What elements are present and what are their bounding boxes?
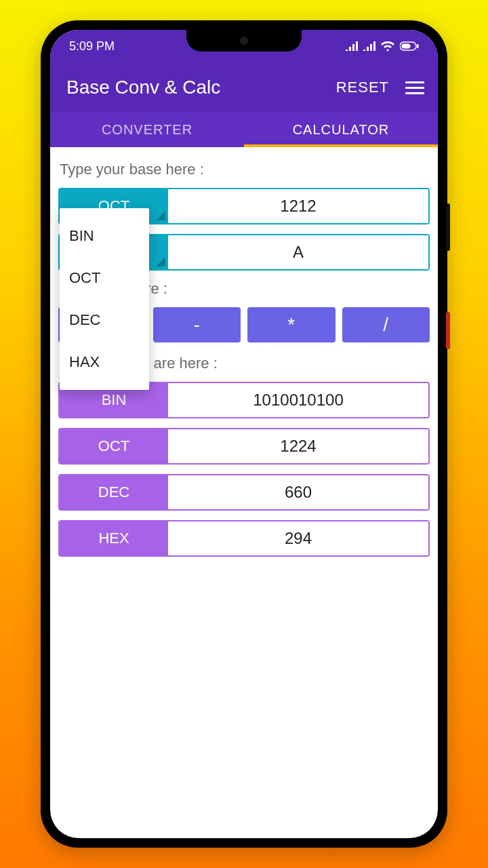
side-button	[446, 203, 450, 251]
answer-row-oct: OCT 1224	[58, 428, 430, 465]
tab-converter[interactable]: CONVERTER	[50, 113, 244, 147]
op-minus[interactable]: -	[153, 307, 241, 342]
svg-rect-1	[402, 44, 411, 49]
signal-icon	[363, 41, 375, 51]
app-title: Base Conv & Calc	[66, 77, 336, 98]
answer-label-hex: HEX	[60, 521, 168, 555]
reset-button[interactable]: RESET	[336, 79, 389, 96]
notch	[186, 30, 302, 52]
answer-row-hex: HEX 294	[58, 520, 430, 557]
answer-value-hex: 294	[168, 521, 428, 555]
answer-value-oct: 1224	[168, 429, 428, 463]
base-dropdown: BIN OCT DEC HAX	[60, 208, 149, 390]
app-bar: Base Conv & Calc RESET	[50, 62, 438, 113]
menu-icon[interactable]	[405, 81, 424, 94]
answer-row-dec: DEC 660	[58, 474, 430, 511]
dropdown-option-dec[interactable]: DEC	[60, 299, 149, 341]
phone-frame: 5:09 PM Base Conv & Calc RESET CONVERTER…	[41, 20, 447, 848]
signal-icon	[346, 41, 358, 51]
dropdown-option-bin[interactable]: BIN	[60, 215, 149, 257]
side-button-accent	[446, 312, 450, 349]
status-icons	[346, 41, 419, 52]
dropdown-indicator-icon	[156, 211, 165, 220]
input-value-1[interactable]: 1212	[168, 189, 428, 223]
op-divide[interactable]: /	[342, 307, 430, 342]
front-camera	[240, 37, 248, 45]
answer-value-bin: 1010010100	[168, 383, 428, 417]
status-time: 5:09 PM	[69, 39, 115, 54]
input-value-2[interactable]: A	[168, 235, 428, 269]
battery-icon	[400, 41, 419, 51]
content-area: Type your base here : OCT 1212 OCT A Ope…	[50, 147, 438, 576]
dropdown-option-oct[interactable]: OCT	[60, 257, 149, 299]
answer-label-oct: OCT	[60, 429, 168, 463]
tab-calculator[interactable]: CALCULATOR	[244, 113, 438, 147]
svg-rect-2	[417, 44, 419, 48]
wifi-icon	[381, 41, 394, 52]
hint-type-base: Type your base here :	[60, 161, 428, 178]
tab-bar: CONVERTER CALCULATOR	[50, 113, 438, 147]
op-multiply[interactable]: *	[247, 307, 336, 342]
screen: 5:09 PM Base Conv & Calc RESET CONVERTER…	[50, 30, 438, 838]
dropdown-indicator-icon	[156, 257, 165, 267]
answer-value-dec: 660	[168, 475, 428, 509]
dropdown-option-hax[interactable]: HAX	[60, 341, 149, 383]
answer-label-dec: DEC	[60, 475, 168, 509]
